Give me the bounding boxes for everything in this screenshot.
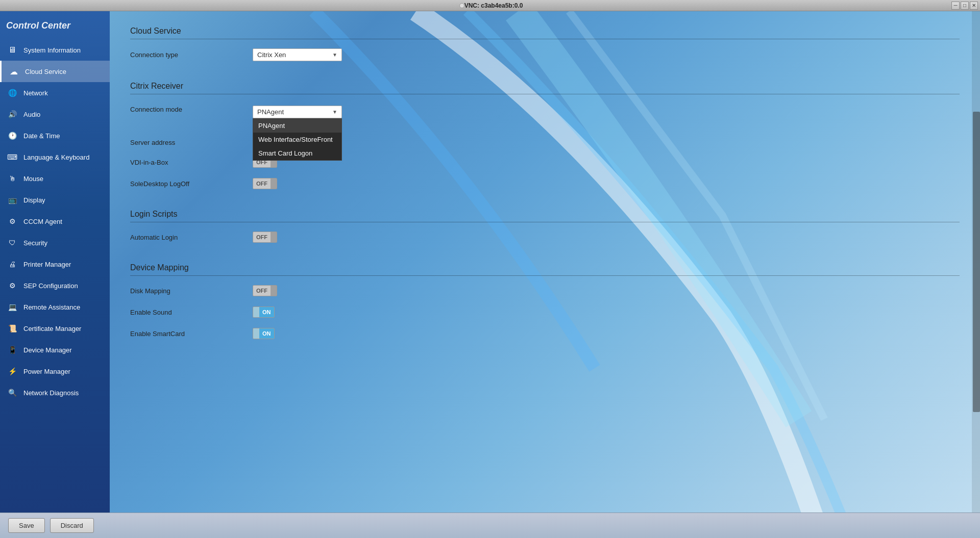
- login-scripts-section: Login Scripts Automatic Login OFF: [130, 210, 960, 248]
- agent-icon: [6, 215, 18, 227]
- connection-mode-dropdown-container: PNAgent ▼ PNAgent Web Interface/StoreFro…: [253, 106, 342, 118]
- minimize-button[interactable]: ─: [951, 2, 960, 10]
- automatic-login-off: OFF: [253, 232, 271, 242]
- cloud-service-heading: Cloud Service: [130, 27, 960, 39]
- sidebar-item-language-label: Language & Keyboard: [23, 153, 89, 161]
- sidebar-item-cert-label: Certificate Manager: [23, 325, 81, 332]
- scrollbar-track[interactable]: [972, 11, 980, 513]
- connection-mode-option-pnagent[interactable]: PNAgent: [253, 119, 341, 133]
- sidebar-item-cccm-agent[interactable]: CCCM Agent: [0, 211, 110, 232]
- connection-type-arrow: ▼: [332, 52, 337, 58]
- connection-mode-option-webinterface[interactable]: Web Interface/StoreFront: [253, 133, 341, 146]
- sidebar-item-certificate-manager[interactable]: Certificate Manager: [0, 318, 110, 339]
- sidebar-item-language-keyboard[interactable]: Language & Keyboard: [0, 146, 110, 168]
- sidebar-item-system-information-label: System Information: [23, 46, 81, 54]
- sidebar-item-cloud-service[interactable]: Cloud Service: [0, 61, 110, 82]
- disk-mapping-on: [271, 286, 277, 296]
- datetime-icon: [6, 130, 18, 142]
- sidebar-item-audio[interactable]: Audio: [0, 104, 110, 125]
- titlebar-title: VNC: c3ab4ea5b:0.0: [464, 2, 523, 9]
- sidebar-item-sep-configuration[interactable]: SEP Configuration: [0, 275, 110, 296]
- discard-button[interactable]: Discard: [50, 518, 94, 533]
- sidebar-item-device-manager[interactable]: Device Manager: [0, 339, 110, 361]
- close-button[interactable]: ✕: [970, 2, 978, 10]
- sidebar-item-power-manager[interactable]: Power Manager: [0, 361, 110, 382]
- enable-smartcard-on: ON: [259, 328, 274, 339]
- sidebar-item-security[interactable]: Security: [0, 232, 110, 253]
- device-mapping-heading: Device Mapping: [130, 263, 960, 276]
- bottom-bar: Save Discard: [0, 513, 980, 538]
- sidebar-item-power-label: Power Manager: [23, 368, 70, 375]
- printer-icon: [6, 258, 18, 270]
- save-button[interactable]: Save: [8, 518, 45, 533]
- connection-mode-arrow: ▼: [332, 109, 337, 115]
- content-area: Cloud Service Connection type Citrix Xen…: [110, 11, 980, 513]
- maximize-button[interactable]: □: [961, 2, 969, 10]
- sidebar-header: Control Center: [0, 16, 110, 39]
- citrix-receiver-heading: Citrix Receiver: [130, 82, 960, 94]
- sep-icon: [6, 279, 18, 292]
- automatic-login-toggle[interactable]: OFF: [253, 232, 277, 243]
- sidebar-item-display-label: Display: [23, 196, 45, 204]
- sidebar-item-display[interactable]: Display: [0, 189, 110, 211]
- soledesktop-row: SoleDesktop LogOff OFF: [130, 173, 960, 194]
- device-icon: [6, 344, 18, 356]
- sidebar-item-device-label: Device Manager: [23, 346, 72, 354]
- sidebar-item-system-information[interactable]: System Information: [0, 39, 110, 61]
- connection-mode-menu: PNAgent Web Interface/StoreFront Smart C…: [253, 118, 342, 161]
- device-mapping-section: Device Mapping Disk Mapping OFF Enable S…: [130, 263, 960, 344]
- security-icon: [6, 237, 18, 249]
- remote-icon: [6, 301, 18, 313]
- connection-type-trigger[interactable]: Citrix Xen ▼: [253, 48, 342, 61]
- connection-mode-label: Connection mode: [130, 106, 242, 113]
- power-icon: [6, 365, 18, 377]
- connection-type-value: Citrix Xen: [257, 51, 286, 59]
- connection-type-row: Connection type Citrix Xen ▼: [130, 43, 960, 66]
- soledesktop-on-label: [271, 178, 277, 189]
- connection-mode-option-smartcard[interactable]: Smart Card Logon: [253, 146, 341, 160]
- content-scroll: Cloud Service Connection type Citrix Xen…: [110, 11, 980, 513]
- sidebar-item-remote-assistance[interactable]: Remote Assistance: [0, 296, 110, 318]
- sidebar-item-datetime-label: Date & Time: [23, 132, 60, 140]
- sidebar-item-audio-label: Audio: [23, 111, 40, 118]
- display-icon: [6, 194, 18, 206]
- soledesktop-off-label: OFF: [253, 178, 271, 189]
- connection-mode-value: PNAgent: [257, 108, 284, 116]
- sidebar-item-printer-manager[interactable]: Printer Manager: [0, 253, 110, 275]
- enable-sound-label: Enable Sound: [130, 309, 242, 316]
- automatic-login-label: Automatic Login: [130, 234, 242, 241]
- enable-sound-toggle[interactable]: ON: [253, 306, 275, 318]
- disk-mapping-off: OFF: [253, 286, 271, 296]
- keyboard-icon: [6, 151, 18, 163]
- enable-sound-on: ON: [259, 307, 274, 317]
- sidebar-item-cloud-service-label: Cloud Service: [25, 68, 66, 75]
- sidebar: Control Center System Information Cloud …: [0, 11, 110, 513]
- sidebar-item-network[interactable]: Network: [0, 82, 110, 104]
- main-window: Control Center System Information Cloud …: [0, 11, 980, 513]
- sidebar-item-network-label: Network: [23, 89, 48, 97]
- enable-smartcard-off: [253, 328, 259, 339]
- sidebar-item-mouse[interactable]: Mouse: [0, 168, 110, 189]
- sidebar-item-printer-label: Printer Manager: [23, 261, 71, 268]
- titlebar-dot: [459, 3, 464, 8]
- scrollbar-thumb[interactable]: [973, 112, 980, 413]
- disk-mapping-row: Disk Mapping OFF: [130, 280, 960, 301]
- disk-mapping-toggle[interactable]: OFF: [253, 285, 277, 296]
- vdi-label: VDI-in-a-Box: [130, 159, 242, 166]
- sidebar-item-date-time[interactable]: Date & Time: [0, 125, 110, 146]
- audio-icon: [6, 108, 18, 120]
- automatic-login-row: Automatic Login OFF: [130, 226, 960, 248]
- network-icon: [6, 87, 18, 99]
- enable-smartcard-label: Enable SmartCard: [130, 330, 242, 338]
- monitor-icon: [6, 44, 18, 56]
- cloud-icon: [8, 65, 20, 78]
- connection-mode-trigger[interactable]: PNAgent ▼: [253, 106, 342, 118]
- sidebar-item-network-diagnosis[interactable]: Network Diagnosis: [0, 382, 110, 403]
- connection-type-dropdown[interactable]: Citrix Xen ▼: [253, 48, 342, 61]
- automatic-login-on: [271, 232, 277, 242]
- enable-smartcard-toggle[interactable]: ON: [253, 328, 275, 339]
- soledesktop-toggle[interactable]: OFF: [253, 178, 277, 189]
- titlebar: VNC: c3ab4ea5b:0.0 ─ □ ✕: [0, 0, 980, 11]
- enable-sound-off: [253, 307, 259, 317]
- sidebar-item-cccm-label: CCCM Agent: [23, 218, 62, 225]
